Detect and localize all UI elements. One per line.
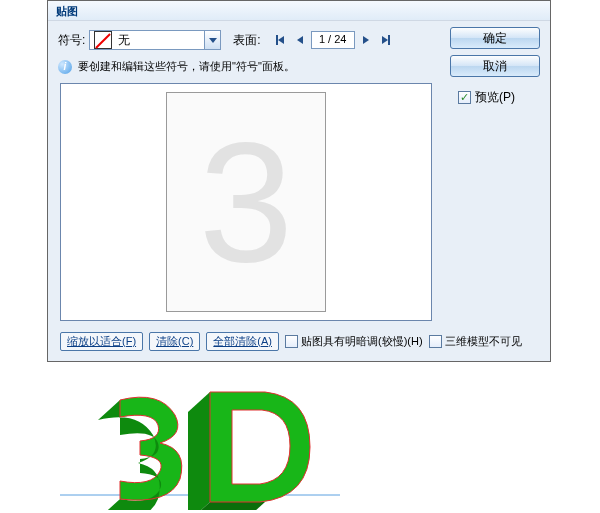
clear-button[interactable]: 清除(C) [149, 332, 200, 351]
preview-checkbox[interactable]: ✓ [458, 91, 471, 104]
invisible-checkbox[interactable]: . [429, 335, 442, 348]
right-button-column: 确定 取消 ✓ 预览(P) [450, 27, 540, 106]
none-swatch-icon [94, 31, 112, 49]
invisible-checkbox-row: . 三维模型不可见 [429, 334, 522, 349]
shading-checkbox-row: . 贴图具有明暗调(较慢)(H) [285, 334, 423, 349]
symbol-dropdown[interactable]: 无 [89, 30, 221, 50]
face-label: 表面: [233, 32, 260, 49]
next-face-button[interactable] [357, 32, 375, 48]
ok-button[interactable]: 确定 [450, 27, 540, 49]
face-pager: 1 / 24 [271, 31, 395, 49]
clear-all-button[interactable]: 全部清除(A) [206, 332, 279, 351]
symbol-label: 符号: [58, 32, 85, 49]
3d-text-illustration [60, 380, 340, 510]
cancel-button[interactable]: 取消 [450, 55, 540, 77]
preview-canvas: 3 [166, 92, 326, 312]
preview-label: 预览(P) [475, 89, 515, 106]
titlebar: 贴图 [48, 1, 550, 21]
face-page-field[interactable]: 1 / 24 [311, 31, 355, 49]
shading-label: 贴图具有明暗调(较慢)(H) [301, 334, 423, 349]
dialog-content: 符号: 无 表面: 1 / 24 [48, 21, 550, 361]
preview-pane: 3 [60, 83, 432, 321]
preview-glyph: 3 [199, 117, 294, 287]
info-icon: i [58, 60, 72, 74]
dropdown-toggle[interactable] [204, 31, 220, 49]
bottom-controls: 缩放以适合(F) 清除(C) 全部清除(A) . 贴图具有明暗调(较慢)(H) … [60, 332, 522, 351]
chevron-down-icon [209, 38, 217, 43]
preview-checkbox-row: ✓ 预览(P) [458, 89, 540, 106]
symbol-value: 无 [116, 32, 204, 49]
dialog-window: 贴图 符号: 无 表面: 1 / 24 [47, 0, 551, 362]
first-face-button[interactable] [271, 32, 289, 48]
window-title: 贴图 [56, 5, 78, 17]
info-text: 要创建和编辑这些符号，请使用"符号"面板。 [78, 59, 295, 74]
last-face-button[interactable] [377, 32, 395, 48]
shading-checkbox[interactable]: . [285, 335, 298, 348]
invisible-label: 三维模型不可见 [445, 334, 522, 349]
fit-button[interactable]: 缩放以适合(F) [60, 332, 143, 351]
prev-face-button[interactable] [291, 32, 309, 48]
